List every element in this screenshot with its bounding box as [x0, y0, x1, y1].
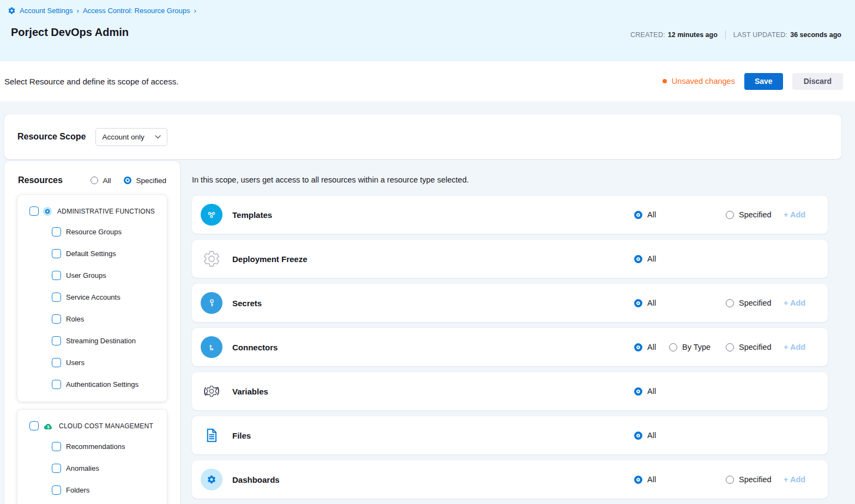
- connectors-radio-by-type[interactable]: By Type: [669, 328, 711, 366]
- save-button[interactable]: Save: [744, 73, 783, 90]
- templates-icon: [201, 204, 222, 226]
- breadcrumb-resource-groups[interactable]: Access Control: Resource Groups: [83, 7, 190, 15]
- group-title: CLOUD COST MANAGEMENT: [59, 422, 153, 430]
- deployment-freeze-radio-all[interactable]: All: [634, 240, 656, 278]
- connectors-radio-specified[interactable]: Specified: [726, 328, 772, 366]
- radio-icon: [634, 432, 642, 440]
- variables-icon: [201, 380, 222, 402]
- item-roles[interactable]: Roles: [17, 308, 167, 330]
- resources-sidebar: Resources All Specified ADMINISTRATIVE F…: [4, 161, 180, 504]
- item-users[interactable]: Users: [17, 351, 167, 373]
- resource-row-label: Deployment Freeze: [232, 254, 308, 264]
- resource-row-label: Files: [232, 431, 251, 440]
- item-checkbox[interactable]: [52, 227, 61, 236]
- files-icon: [201, 424, 222, 446]
- group-title: ADMINISTRATIVE FUNCTIONS: [57, 208, 155, 215]
- item-recommendations[interactable]: Recommendations: [17, 435, 167, 457]
- scope-description: In this scope, users get access to all r…: [192, 175, 828, 184]
- item-checkbox[interactable]: [52, 249, 61, 258]
- resources-radio-all[interactable]: All: [91, 177, 111, 185]
- chevron-down-icon: [155, 135, 161, 139]
- resource-types-panel: In this scope, users get access to all r…: [192, 161, 828, 504]
- created-label: CREATED:: [630, 31, 665, 39]
- item-checkbox[interactable]: [52, 293, 61, 302]
- unsaved-dot-icon: [663, 79, 667, 83]
- radio-icon: [634, 343, 642, 351]
- templates-radio-all[interactable]: All: [634, 196, 656, 234]
- breadcrumb-separator: ›: [77, 7, 79, 15]
- item-checkbox[interactable]: [52, 464, 61, 473]
- resource-row-variables: Variables All: [192, 372, 828, 410]
- resource-row-dashboards: Dashboards All Specified + Add: [192, 460, 828, 499]
- resource-scope-card: Resource Scope Account only: [4, 114, 841, 159]
- resource-row-label: Dashboards: [232, 475, 280, 484]
- resource-scope-selected-value: Account only: [102, 133, 144, 141]
- resource-scope-dropdown[interactable]: Account only: [95, 128, 167, 146]
- item-resource-groups[interactable]: Resource Groups: [17, 221, 167, 242]
- resource-row-label: Variables: [232, 387, 268, 396]
- dashboards-radio-all[interactable]: All: [634, 460, 656, 499]
- resource-row-label: Templates: [232, 210, 272, 220]
- meta-info: CREATED: 12 minutes ago LAST UPDATED: 36…: [630, 31, 841, 39]
- radio-icon: [634, 255, 642, 263]
- radio-icon: [669, 343, 677, 351]
- radio-icon: [634, 476, 642, 484]
- settings-gear-icon: [8, 7, 16, 15]
- group-checkbox[interactable]: [29, 421, 39, 430]
- templates-radio-specified[interactable]: Specified: [726, 196, 772, 234]
- item-service-accounts[interactable]: Service Accounts: [17, 286, 167, 308]
- secrets-radio-all[interactable]: All: [634, 284, 656, 322]
- page-title: Porject DevOps Admin: [11, 26, 129, 39]
- radio-icon: [91, 177, 98, 184]
- item-user-groups[interactable]: User Groups: [17, 264, 167, 286]
- item-anomalies[interactable]: Anomalies: [17, 457, 167, 479]
- dashboards-add-button[interactable]: + Add: [784, 460, 805, 499]
- meta-divider: [725, 31, 726, 39]
- connectors-radio-all[interactable]: All: [634, 328, 656, 366]
- last-updated-value: 36 seconds ago: [790, 31, 841, 39]
- group-header[interactable]: ADMINISTRATIVE FUNCTIONS: [17, 195, 167, 221]
- resource-row-deployment-freeze: Deployment Freeze All: [192, 240, 828, 278]
- discard-button[interactable]: Discard: [792, 73, 843, 90]
- breadcrumb-account-settings[interactable]: Account Settings: [20, 7, 73, 15]
- item-checkbox[interactable]: [52, 358, 61, 367]
- resource-row-label: Connectors: [232, 343, 278, 352]
- item-checkbox[interactable]: [52, 485, 61, 495]
- resource-row-label: Secrets: [232, 299, 262, 308]
- group-cloud-cost-management: $ CLOUD COST MANAGEMENT Recommendations …: [17, 410, 167, 504]
- unsaved-changes-label: Unsaved changes: [672, 77, 735, 86]
- radio-icon: [726, 211, 734, 219]
- unsaved-changes-indicator: Unsaved changes: [663, 77, 735, 86]
- item-checkbox[interactable]: [52, 380, 61, 389]
- administrative-functions-icon: [43, 207, 52, 216]
- group-administrative-functions: ADMINISTRATIVE FUNCTIONS Resource Groups…: [17, 195, 167, 402]
- item-checkbox[interactable]: [52, 314, 61, 324]
- item-streaming-destination[interactable]: Streaming Destination: [17, 330, 167, 351]
- item-folders[interactable]: Folders: [17, 479, 167, 501]
- resources-radio-specified[interactable]: Specified: [124, 177, 166, 185]
- group-header[interactable]: $ CLOUD COST MANAGEMENT: [17, 410, 167, 435]
- secrets-add-button[interactable]: + Add: [784, 284, 805, 322]
- connectors-add-button[interactable]: + Add: [784, 328, 805, 366]
- item-authentication-settings[interactable]: Authentication Settings: [17, 373, 167, 395]
- secrets-radio-specified[interactable]: Specified: [726, 284, 772, 322]
- variables-radio-all[interactable]: All: [634, 372, 656, 410]
- item-checkbox[interactable]: [52, 271, 61, 280]
- item-checkbox[interactable]: [52, 336, 61, 345]
- dashboards-radio-specified[interactable]: Specified: [726, 460, 772, 499]
- toolbar: Select Resource and define its scope of …: [0, 61, 855, 101]
- item-default-settings[interactable]: Default Settings: [17, 242, 167, 264]
- radio-icon: [726, 343, 734, 351]
- secrets-icon: [201, 292, 222, 314]
- connectors-icon: [201, 336, 222, 358]
- templates-add-button[interactable]: + Add: [784, 196, 805, 234]
- radio-icon: [634, 299, 642, 307]
- radio-icon: [634, 211, 642, 219]
- item-checkbox[interactable]: [52, 442, 61, 451]
- created-value: 12 minutes ago: [668, 31, 718, 39]
- group-checkbox[interactable]: [29, 207, 39, 216]
- files-radio-all[interactable]: All: [634, 416, 656, 454]
- resource-row-secrets: Secrets All Specified + Add: [192, 284, 828, 322]
- resources-title: Resources: [18, 175, 63, 185]
- resource-scope-label: Resource Scope: [17, 132, 86, 142]
